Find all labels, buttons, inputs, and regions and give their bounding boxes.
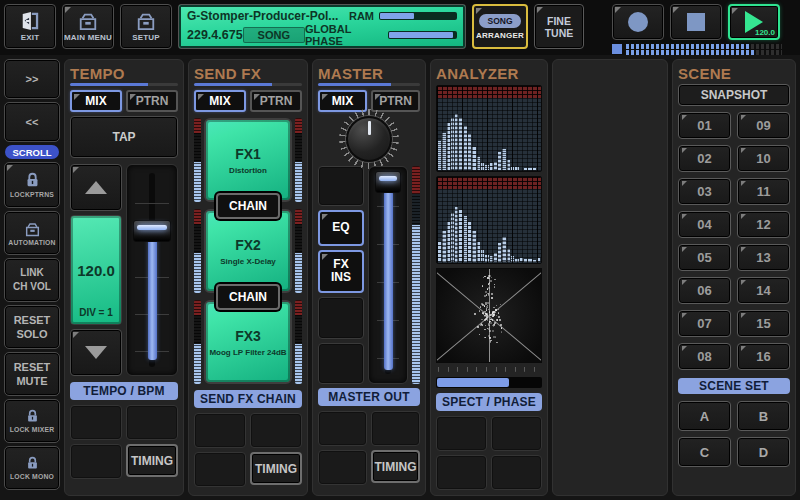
- tempo-mix-tab[interactable]: MIX: [70, 90, 122, 112]
- master-timing-button[interactable]: TIMING: [371, 450, 420, 483]
- phase-dot: [501, 331, 502, 332]
- tempo-up-button[interactable]: [70, 164, 122, 211]
- scene-slot-button-16[interactable]: 16: [737, 343, 790, 370]
- empty-slot[interactable]: [318, 166, 364, 206]
- phase-dot: [485, 291, 487, 293]
- scene-slot-button-14[interactable]: 14: [737, 277, 790, 304]
- spectrum-bar: [528, 259, 531, 262]
- tempo-timing-button[interactable]: TIMING: [126, 444, 178, 477]
- scene-slot-button-09[interactable]: 09: [737, 112, 790, 139]
- master-fader[interactable]: [368, 166, 408, 384]
- scene-slot-button-10[interactable]: 10: [737, 145, 790, 172]
- sendfx-ptrn-tab[interactable]: PTRN: [250, 90, 302, 112]
- scene-slot-button-04[interactable]: 04: [678, 211, 731, 238]
- fader-handle[interactable]: [375, 171, 401, 193]
- scene-slot-button-05[interactable]: 05: [678, 244, 731, 271]
- phase-dot: [482, 285, 483, 286]
- empty-slot[interactable]: [194, 413, 246, 448]
- empty-slot[interactable]: [371, 411, 420, 446]
- reset-mute-button[interactable]: RESET MUTE: [4, 352, 60, 396]
- scene-slot-button-13[interactable]: 13: [737, 244, 790, 271]
- tempo-fader[interactable]: [126, 164, 178, 376]
- phase-dot: [482, 304, 483, 305]
- empty-slot[interactable]: [70, 405, 122, 440]
- fx2-name: FX2: [235, 237, 261, 253]
- empty-slot[interactable]: [318, 343, 364, 384]
- fx3-effect: Moog LP Filter 24dB: [209, 348, 286, 357]
- empty-slot[interactable]: [194, 452, 246, 487]
- master-ptrn-tab[interactable]: PTRN: [371, 90, 420, 112]
- fine-tune-label: TUNE: [545, 27, 574, 39]
- exit-button[interactable]: EXIT: [4, 4, 56, 49]
- main-menu-button[interactable]: MAIN MENU: [62, 4, 114, 49]
- empty-slot[interactable]: [436, 416, 487, 451]
- song-arranger-toggle[interactable]: SONG ARRANGER: [472, 4, 528, 49]
- phase-dot: [493, 336, 495, 338]
- stop-button[interactable]: [670, 4, 722, 40]
- tempo-down-button[interactable]: [70, 329, 122, 376]
- scene-slot-button-06[interactable]: 06: [678, 277, 731, 304]
- scene-slot-button-12[interactable]: 12: [737, 211, 790, 238]
- empty-slot[interactable]: [491, 455, 542, 490]
- sendfx-timing-button[interactable]: TIMING: [250, 452, 302, 485]
- empty-channel-panel: [552, 59, 668, 496]
- analyzer-slider[interactable]: [436, 367, 542, 389]
- scene-set-button-a[interactable]: A: [678, 401, 731, 431]
- lock-mono-button[interactable]: LOCK MONO: [4, 446, 60, 490]
- lock-mixer-button[interactable]: LOCK MIXER: [4, 399, 60, 443]
- play-button[interactable]: 120.0: [728, 4, 780, 40]
- setup-button[interactable]: SETUP: [120, 4, 172, 49]
- reset-solo-button[interactable]: RESET SOLO: [4, 305, 60, 349]
- scroll-back-button[interactable]: <<: [4, 102, 60, 142]
- sendfx-mix-tab[interactable]: MIX: [194, 90, 246, 112]
- link-ch-vol-button[interactable]: LINK CH VOL: [4, 258, 60, 302]
- chain-button-2[interactable]: CHAIN: [216, 284, 280, 310]
- phase-dot: [482, 324, 483, 325]
- spectrum-bar: [472, 231, 475, 261]
- empty-slot[interactable]: [126, 405, 178, 440]
- master-knob[interactable]: [346, 116, 392, 162]
- empty-slot[interactable]: [250, 413, 302, 448]
- phase-dot: [496, 319, 497, 320]
- phase-dot: [492, 312, 493, 313]
- spectrum-bar: [464, 126, 467, 171]
- scene-slot-button-02[interactable]: 02: [678, 145, 731, 172]
- tempo-ptrn-tab[interactable]: PTRN: [126, 90, 178, 112]
- fine-tune-button[interactable]: FINE TUNE: [534, 4, 584, 49]
- record-icon: [628, 12, 648, 32]
- scene-set-button-b[interactable]: B: [737, 401, 790, 431]
- fx1-slot[interactable]: FX1 Distortion: [204, 118, 292, 202]
- empty-slot[interactable]: [436, 455, 487, 490]
- empty-slot[interactable]: [70, 444, 122, 479]
- chain-button-1[interactable]: CHAIN: [216, 193, 280, 219]
- spectrum-bar: [533, 168, 536, 171]
- scene-slot-button-15[interactable]: 15: [737, 310, 790, 337]
- scene-slot-button-07[interactable]: 07: [678, 310, 731, 337]
- scene-slot-button-01[interactable]: 01: [678, 112, 731, 139]
- master-mix-tab[interactable]: MIX: [318, 90, 367, 112]
- automation-button[interactable]: AUTOMATION: [4, 211, 60, 255]
- scene-set-button-c[interactable]: C: [678, 437, 731, 467]
- song-position-bar[interactable]: [612, 43, 782, 55]
- automation-label: AUTOMATION: [8, 239, 55, 246]
- phase-dot: [493, 324, 495, 326]
- snapshot-button[interactable]: SNAPSHOT: [678, 84, 790, 106]
- slider-track[interactable]: [436, 377, 542, 388]
- eq-button[interactable]: EQ: [318, 210, 364, 246]
- empty-slot[interactable]: [318, 450, 367, 485]
- empty-slot[interactable]: [318, 411, 367, 446]
- fx3-slot[interactable]: FX3 Moog LP Filter 24dB: [204, 300, 292, 384]
- scene-set-button-d[interactable]: D: [737, 437, 790, 467]
- tap-button[interactable]: TAP: [70, 116, 178, 158]
- scene-slot-button-08[interactable]: 08: [678, 343, 731, 370]
- fx2-slot[interactable]: FX2 Single X-Delay: [204, 209, 292, 293]
- scene-slot-button-03[interactable]: 03: [678, 178, 731, 205]
- fader-handle[interactable]: [133, 220, 171, 242]
- empty-slot[interactable]: [491, 416, 542, 451]
- lock-patterns-button[interactable]: LOCKPTRNS: [4, 162, 60, 208]
- empty-slot[interactable]: [318, 297, 364, 338]
- record-button[interactable]: [612, 4, 664, 40]
- scene-slot-button-11[interactable]: 11: [737, 178, 790, 205]
- fx-insert-button[interactable]: FX INS: [318, 250, 364, 293]
- scroll-forward-button[interactable]: >>: [4, 59, 60, 99]
